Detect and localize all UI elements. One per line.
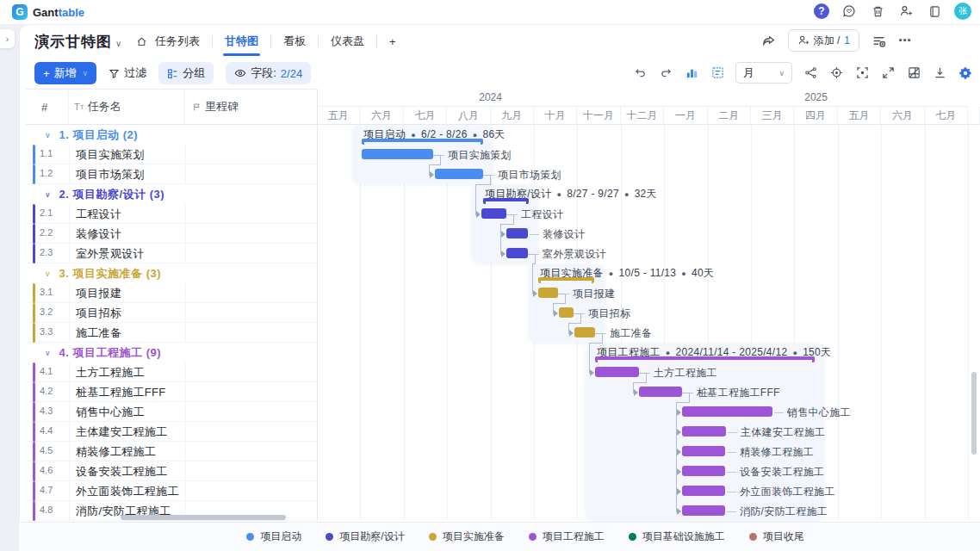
legend-dot [326, 533, 333, 541]
bar-label-line [530, 234, 539, 235]
dependency-icon[interactable] [803, 65, 818, 81]
dependency-arrow-icon [677, 508, 681, 515]
dependency-arrow-icon [533, 290, 537, 297]
group-summary-bar[interactable] [483, 198, 529, 204]
legend-label: 项目基础设施施工 [642, 529, 725, 544]
doc-header: 演示甘特图∨ 任务列表 甘特图 看板 仪表盘 + 添加 /1 [19, 24, 980, 59]
col-header-task-name[interactable]: TT 任务名 [69, 89, 185, 125]
vertical-scrollbar[interactable] [971, 372, 977, 455]
manual-icon[interactable] [926, 3, 943, 20]
col-header-milestone[interactable]: 里程碑 [185, 89, 317, 125]
group-button[interactable]: 分组 [158, 62, 214, 84]
gantt-bar[interactable] [682, 505, 725, 516]
group-summary-bar[interactable] [538, 277, 594, 283]
gantt-bar[interactable] [435, 169, 483, 179]
gantt-bar[interactable] [639, 387, 682, 397]
dependency-line [589, 343, 603, 344]
dependency-arrow-icon [501, 231, 506, 238]
gantt-bar[interactable] [595, 367, 639, 377]
month-gridline [838, 125, 839, 521]
bar-label: 精装修工程施工 [740, 445, 814, 460]
avatar[interactable]: 张 [954, 3, 971, 20]
dependency-line [568, 323, 581, 324]
settings-gear-icon[interactable] [958, 65, 973, 81]
undo-icon[interactable] [632, 65, 648, 81]
doc-title[interactable]: 演示甘特图∨ [34, 32, 122, 52]
dependency-arrow-icon [677, 488, 681, 495]
gantt-bar[interactable] [362, 149, 433, 159]
trash-icon[interactable] [869, 3, 886, 20]
app-logo[interactable]: G Ganttable [12, 4, 84, 20]
gantt-bar[interactable] [682, 486, 725, 496]
hide-image-icon[interactable] [906, 65, 921, 81]
horizontal-scrollbar[interactable] [121, 515, 286, 520]
month-gridline [968, 125, 969, 521]
export-icon[interactable] [932, 65, 947, 81]
legend-label: 项目启动 [260, 529, 301, 544]
legend-dot [629, 533, 636, 541]
invite-user-icon[interactable] [897, 3, 915, 20]
dependency-arrow-icon [677, 409, 681, 416]
bar-label: 项目市场策划 [498, 168, 561, 183]
group-summary-bar[interactable] [595, 356, 815, 362]
dependency-line [602, 333, 603, 344]
tab-task-list[interactable]: 任务列表 [124, 24, 212, 59]
month-gridline [925, 125, 926, 521]
table-chart-splitter[interactable] [317, 89, 318, 521]
legend-label: 项目实施准备 [443, 529, 505, 544]
bar-label: 消防/安防工程施工 [740, 505, 828, 519]
bar-label: 项目报建 [573, 287, 615, 301]
bar-label-line [774, 412, 784, 413]
baseline-icon[interactable] [710, 65, 725, 81]
new-task-button[interactable]: + 新增 ∨ [34, 62, 96, 84]
progress-chart-icon[interactable] [684, 65, 699, 81]
app-root: › G Ganttable ? 张 演示甘特图∨ [0, 0, 980, 551]
month-header: 六月 [360, 107, 403, 125]
time-scale-select[interactable]: 月∨ [735, 62, 792, 84]
month-header: 七月 [404, 107, 447, 125]
dependency-line [475, 184, 491, 185]
filter-button[interactable]: 过滤 [109, 65, 146, 81]
month-header [968, 107, 980, 125]
gantt-bar[interactable] [574, 327, 595, 337]
gantt-bar[interactable] [682, 446, 725, 456]
tab-dashboard[interactable]: 仪表盘 [319, 24, 376, 59]
dependency-line [535, 254, 536, 264]
focus-icon[interactable] [854, 65, 870, 81]
legend-item: 项目勘察/设计 [326, 529, 404, 544]
plus-icon: + [43, 67, 50, 80]
locate-icon[interactable] [828, 65, 844, 81]
dependency-arrow-icon [677, 449, 681, 455]
gantt-bar[interactable] [506, 228, 528, 238]
dependency-line [429, 164, 441, 165]
share-icon[interactable] [761, 34, 776, 48]
list-settings-icon[interactable] [871, 34, 886, 48]
add-member-button[interactable]: 添加 /1 [788, 29, 859, 52]
feedback-icon[interactable] [840, 3, 858, 20]
col-header-number[interactable]: # [26, 89, 69, 125]
gantt-bar[interactable] [538, 288, 558, 298]
gantt-bar[interactable] [481, 208, 506, 219]
gantt-bar[interactable] [559, 307, 574, 318]
more-icon[interactable]: ⋯ [898, 33, 911, 48]
redo-icon[interactable] [658, 65, 673, 81]
view-tabs: 任务列表 甘特图 看板 仪表盘 + [124, 24, 408, 59]
year-header: 2025 [664, 89, 968, 107]
fields-button[interactable]: 字段: 2/24 [226, 62, 311, 84]
dependency-line [483, 175, 490, 176]
month-header: 三月 [751, 107, 794, 125]
gantt-bar[interactable] [682, 466, 725, 476]
dependency-arrow-icon [569, 330, 574, 337]
help-icon[interactable]: ? [814, 3, 829, 19]
gantt-bar[interactable] [682, 426, 726, 436]
fullscreen-icon[interactable] [880, 65, 896, 81]
gantt-bar[interactable] [682, 406, 772, 417]
gantt-bar[interactable] [506, 248, 528, 258]
group-summary-bar[interactable] [362, 139, 483, 145]
tab-gantt[interactable]: 甘特图 [213, 24, 270, 59]
tab-add-view[interactable]: + [377, 24, 408, 59]
bar-label: 施工准备 [610, 326, 652, 341]
bar-label-line [727, 452, 736, 453]
tab-kanban[interactable]: 看板 [271, 24, 318, 59]
dependency-arrow-icon [554, 310, 558, 317]
